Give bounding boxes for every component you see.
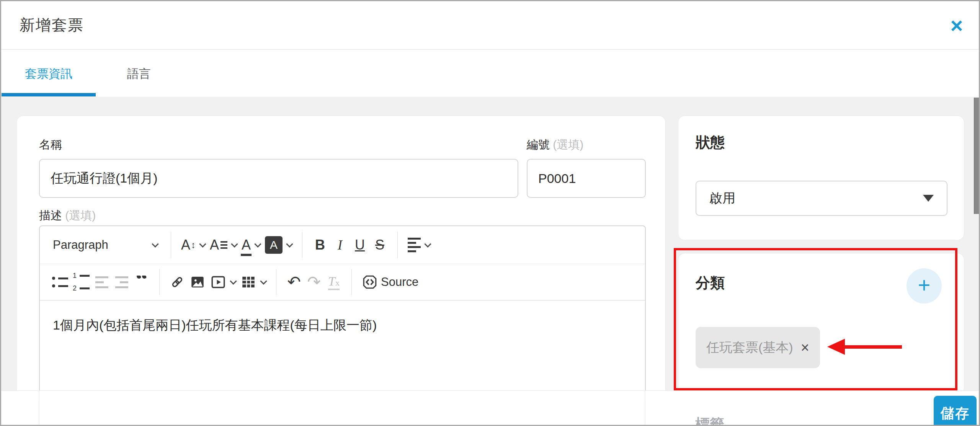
- category-title: 分類: [696, 273, 725, 293]
- font-background-color-icon: A: [265, 236, 283, 254]
- bold-icon: B: [315, 237, 325, 253]
- chevron-down-icon: [254, 240, 261, 247]
- block-quote-icon: “: [136, 276, 148, 289]
- italic-button[interactable]: I: [330, 231, 350, 259]
- editor-content-area[interactable]: 1個月內(包括首尾兩日)任玩所有基本課程(每日上限一節): [40, 300, 645, 401]
- ghost-editor-border: [39, 391, 39, 425]
- decrease-indent-icon: [95, 276, 108, 288]
- source-button[interactable]: Source: [359, 268, 421, 296]
- chevron-down-icon: [152, 240, 158, 247]
- undo-icon: ↶: [287, 274, 301, 290]
- category-tag-chip: 任玩套票(基本) ×: [696, 327, 820, 368]
- tabbar: 套票資訊 語言: [1, 51, 979, 97]
- close-button[interactable]: ×: [945, 14, 968, 37]
- text-alignment-button[interactable]: [405, 231, 433, 259]
- modal-header: 新增套票 ×: [1, 1, 979, 50]
- description-label: 描述 (選填): [39, 208, 96, 224]
- name-input[interactable]: [39, 159, 518, 198]
- insert-table-icon: [240, 274, 256, 290]
- modal-footer: 標籤 儲存: [1, 390, 979, 426]
- add-package-modal: 新增套票 × 套票資訊 語言 名稱 編號 (選填) 描述 (選填): [0, 0, 980, 426]
- chevron-down-icon: [286, 240, 293, 247]
- caret-down-icon: [923, 195, 934, 202]
- link-button[interactable]: [167, 268, 187, 296]
- category-card: 分類 + 任玩套票(基本) ×: [678, 253, 964, 395]
- font-color-button[interactable]: A: [239, 231, 263, 259]
- bulleted-list-button[interactable]: [50, 268, 70, 296]
- increase-indent-button[interactable]: [112, 268, 132, 296]
- decrease-indent-button[interactable]: [92, 268, 112, 296]
- package-info-card: 名稱 編號 (選填) 描述 (選填) Paragraph A ↕: [16, 116, 666, 401]
- font-color-icon: A: [242, 237, 251, 253]
- tags-card-title-partial: 標籤: [695, 415, 724, 426]
- active-tab-underline: [2, 93, 96, 96]
- underline-icon: U: [355, 237, 365, 253]
- underline-button[interactable]: U: [350, 231, 370, 259]
- ghost-editor-border: [645, 391, 645, 425]
- remove-format-icon: Tx: [328, 274, 340, 290]
- tab-language-label: 語言: [127, 66, 151, 82]
- redo-button[interactable]: ↷: [304, 268, 324, 296]
- bulleted-list-icon: [52, 277, 68, 287]
- status-title: 狀態: [696, 133, 725, 152]
- text-alignment-icon: [408, 238, 421, 252]
- font-family-icon: A: [210, 237, 219, 253]
- insert-media-icon: [210, 274, 226, 290]
- chevron-down-icon: [230, 277, 237, 284]
- increase-indent-icon: [115, 276, 128, 288]
- paragraph-dropdown[interactable]: Paragraph: [50, 231, 163, 259]
- font-family-button[interactable]: A: [207, 231, 239, 259]
- save-button[interactable]: 儲存: [934, 396, 977, 426]
- font-background-color-button[interactable]: A: [263, 231, 294, 259]
- italic-icon: I: [338, 237, 342, 253]
- strikethrough-icon: S: [375, 237, 384, 253]
- source-icon: [362, 274, 378, 290]
- tab-package-info[interactable]: 套票資訊: [1, 51, 96, 97]
- source-button-label: Source: [381, 275, 418, 289]
- insert-image-icon: [189, 274, 206, 290]
- tab-package-info-label: 套票資訊: [25, 66, 72, 82]
- paragraph-dropdown-label: Paragraph: [53, 238, 108, 252]
- insert-image-button[interactable]: [187, 268, 208, 296]
- scrollbar-thumb[interactable]: [974, 98, 979, 214]
- tab-language[interactable]: 語言: [105, 51, 173, 97]
- code-label: 編號 (選填): [527, 137, 583, 153]
- undo-button[interactable]: ↶: [284, 268, 304, 296]
- chevron-down-icon: [199, 240, 206, 247]
- insert-table-button[interactable]: [238, 268, 268, 296]
- editor-toolbar-row1: Paragraph A ↕ A A: [40, 226, 645, 264]
- link-icon: [170, 274, 185, 290]
- chevron-down-icon: [424, 240, 431, 247]
- close-icon: ×: [951, 15, 963, 36]
- category-tag-label: 任玩套票(基本): [706, 339, 793, 356]
- block-quote-button[interactable]: “: [132, 268, 152, 296]
- remove-tag-button[interactable]: ×: [801, 340, 809, 355]
- insert-media-button[interactable]: [208, 268, 238, 296]
- chevron-down-icon: [260, 277, 267, 284]
- numbered-list-button[interactable]: 1 2: [70, 268, 92, 296]
- description-text: 1個月內(包括首尾兩日)任玩所有基本課程(每日上限一節): [53, 317, 377, 334]
- strikethrough-button[interactable]: S: [370, 231, 390, 259]
- bold-button[interactable]: B: [310, 231, 330, 259]
- rich-text-editor: Paragraph A ↕ A A: [39, 225, 646, 401]
- add-category-button[interactable]: +: [906, 268, 942, 304]
- modal-title: 新增套票: [1, 15, 84, 36]
- status-select-value: 啟用: [709, 189, 923, 207]
- remove-format-button[interactable]: Tx: [324, 268, 344, 296]
- chevron-down-icon: [231, 240, 238, 247]
- numbered-list-icon: 1 2: [73, 272, 90, 292]
- code-input[interactable]: [527, 159, 646, 198]
- save-button-label: 儲存: [941, 404, 970, 423]
- status-select[interactable]: 啟用: [696, 181, 947, 216]
- font-size-button[interactable]: A ↕: [179, 231, 207, 259]
- plus-icon: +: [918, 274, 931, 296]
- name-label: 名稱: [39, 137, 62, 153]
- editor-toolbar-row2: 1 2 “: [40, 264, 645, 300]
- font-size-icon: A: [181, 237, 190, 253]
- redo-icon: ↷: [307, 274, 320, 290]
- status-card: 狀態 啟用: [678, 116, 964, 240]
